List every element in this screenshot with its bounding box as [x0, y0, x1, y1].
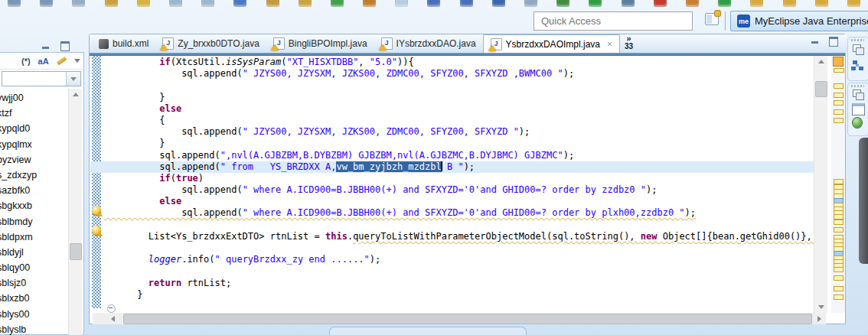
warning-marker[interactable]	[834, 118, 844, 123]
view-menu-icon[interactable]	[74, 59, 80, 63]
list-item[interactable]: sblyslb	[0, 322, 69, 335]
nav-forward-icon[interactable]	[40, 0, 53, 7]
editor-tab[interactable]: build.xml	[92, 34, 155, 53]
letter-a-icon[interactable]	[427, 0, 440, 7]
calendar-icon[interactable]	[395, 0, 408, 7]
minimize-view-icon[interactable]	[41, 41, 52, 50]
run-icon[interactable]	[589, 0, 602, 7]
letter-a2-icon[interactable]	[460, 0, 473, 7]
warning-marker[interactable]	[834, 275, 844, 281]
warning-marker[interactable]	[834, 214, 844, 220]
list-item[interactable]: ywjj00	[0, 90, 69, 106]
warning-marker[interactable]	[834, 286, 844, 291]
scroll-left-icon[interactable]	[106, 313, 119, 324]
list-item[interactable]: sblbmdy	[0, 214, 69, 229]
table-view-icon[interactable]	[852, 103, 865, 115]
warning-marker[interactable]	[833, 57, 844, 67]
list-item[interactable]: sbgkxxb	[0, 198, 69, 213]
warning-marker[interactable]	[834, 220, 844, 225]
nav-back-icon[interactable]	[8, 0, 21, 7]
scroll-down-icon[interactable]	[814, 301, 827, 313]
quickfix-lightbulb-icon[interactable]	[92, 226, 101, 235]
drag-handle[interactable]	[851, 39, 864, 41]
close-window-icon[interactable]	[233, 0, 246, 7]
close-icon[interactable]: ×	[607, 39, 612, 50]
drag-handle[interactable]	[851, 85, 864, 87]
regex-toggle-icon[interactable]: (*)	[21, 57, 31, 66]
comment2-icon[interactable]	[201, 0, 214, 7]
warning-marker[interactable]	[834, 83, 844, 89]
globe-icon[interactable]	[492, 0, 505, 7]
sync-icon[interactable]	[718, 0, 731, 7]
table-name-list[interactable]: ywjj00ktzfkypqld0kypqlmxbyzviews_zdxzyps…	[0, 89, 69, 335]
folder1-icon[interactable]	[750, 0, 763, 7]
pen-icon[interactable]	[299, 0, 312, 7]
list-item[interactable]: sbldyjl	[0, 245, 69, 260]
user-icon[interactable]	[266, 0, 279, 7]
list-item[interactable]: kypqlmx	[0, 137, 69, 152]
last-edit-icon[interactable]	[105, 0, 118, 7]
scroll-up-icon[interactable]	[814, 56, 827, 67]
list-item[interactable]: sbldpxm	[0, 229, 69, 245]
comment-icon[interactable]	[169, 0, 182, 7]
warning-marker[interactable]	[834, 93, 844, 98]
filter-dropdown-button[interactable]	[66, 72, 80, 86]
list-item[interactable]: sblys00	[0, 307, 69, 322]
quick-access-input[interactable]	[534, 11, 693, 31]
sidebar-scrollbar[interactable]	[68, 89, 82, 335]
minimize-editor-icon[interactable]	[810, 37, 821, 46]
scroll-right-icon[interactable]	[813, 313, 826, 324]
warning-marker[interactable]	[834, 227, 844, 233]
stop-icon[interactable]	[654, 0, 667, 7]
list-item[interactable]: sazbfk0	[0, 183, 69, 198]
code-editor[interactable]: if(XtcsUtil.isSysParam("XT_HISXTDBB", "5…	[90, 56, 814, 313]
warning-marker[interactable]	[834, 179, 844, 184]
editor-tab[interactable]: JBingliBPOImpl.java	[266, 34, 374, 53]
list-item[interactable]: sblsjz0	[0, 275, 69, 291]
list-item[interactable]: kypqld0	[0, 121, 69, 136]
key-icon[interactable]	[556, 0, 569, 7]
filter-input[interactable]	[2, 72, 66, 86]
minimized-panel-handle[interactable]	[859, 138, 868, 264]
perspective-button[interactable]: me MyEclipse Java Enterprise	[730, 11, 868, 31]
warning-marker[interactable]	[834, 68, 844, 73]
maximize-editor-icon[interactable]	[827, 37, 839, 46]
bottom-panel-tab[interactable]	[329, 327, 527, 335]
editor-horizontal-scrollbar[interactable]	[93, 313, 826, 324]
list-item[interactable]: ktzf	[0, 106, 69, 121]
warning-marker[interactable]	[834, 294, 844, 300]
editor-vscroll-thumb[interactable]	[815, 81, 827, 97]
overview-ruler[interactable]	[831, 56, 845, 313]
tab-overflow-chevron[interactable]: »33	[620, 34, 638, 53]
warning-marker[interactable]	[834, 109, 844, 115]
pin-editor-icon[interactable]	[72, 0, 85, 7]
clock-ball-icon[interactable]	[363, 0, 376, 7]
open-perspective-icon[interactable]	[705, 13, 719, 25]
schedule-icon[interactable]	[622, 0, 635, 7]
bug-view-icon[interactable]	[853, 118, 862, 128]
editor-tab[interactable]: JIYsbrzdxxDAO.java	[374, 34, 483, 53]
list-item[interactable]: sblxzb0	[0, 291, 69, 306]
warning-marker[interactable]	[834, 100, 844, 106]
restore-view-icon[interactable]	[853, 44, 861, 52]
package-icon[interactable]	[686, 0, 699, 7]
restore-view-icon[interactable]	[853, 89, 861, 97]
case-sensitive-toggle-icon[interactable]: aA	[38, 57, 49, 66]
sidebar-scroll-thumb[interactable]	[70, 243, 82, 260]
lightbulb-icon[interactable]	[137, 0, 150, 7]
list-item[interactable]: sblqy00	[0, 260, 69, 275]
editor-hscroll-thumb[interactable]	[123, 314, 812, 324]
editor-vertical-scrollbar[interactable]	[814, 56, 827, 313]
folder2-icon[interactable]	[783, 0, 796, 7]
hierarchy-view-icon[interactable]	[853, 60, 857, 64]
editor-tab[interactable]: JYsbrzdxxDAOImpl.java×	[483, 34, 620, 53]
folder-close-icon[interactable]	[815, 0, 828, 7]
fold-collapse-icon[interactable]	[107, 304, 116, 313]
chart-icon[interactable]	[331, 0, 344, 7]
quickfix-lightbulb-icon[interactable]	[92, 206, 101, 215]
warning-marker[interactable]	[834, 267, 844, 272]
maximize-view-icon[interactable]	[59, 41, 70, 50]
list-item[interactable]: byzview	[0, 152, 69, 168]
list-item[interactable]: s_zdxzyp	[0, 168, 69, 183]
editor-tab[interactable]: JZy_brxxb0DTO.java	[155, 34, 266, 53]
